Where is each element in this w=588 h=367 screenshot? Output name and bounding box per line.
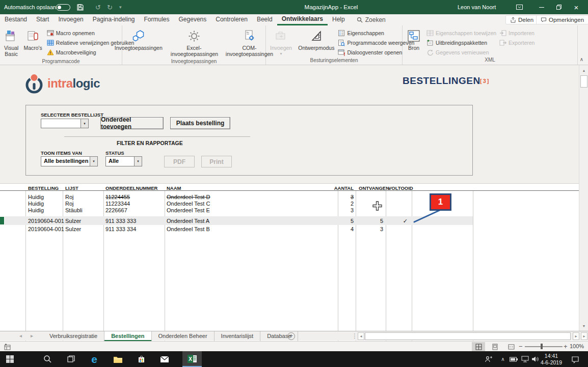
normal-view-icon bbox=[475, 344, 482, 350]
add-ins-icon bbox=[131, 29, 146, 43]
page-break-view-button[interactable] bbox=[504, 342, 518, 351]
zoom-out-button[interactable]: − bbox=[519, 343, 523, 350]
show-items-combobox[interactable]: Alle bestellingen▾ bbox=[41, 156, 98, 166]
tray-expand-button[interactable]: ∧ bbox=[497, 351, 509, 367]
taskbar-clock[interactable]: 14:41 4-6-2019 bbox=[537, 353, 566, 366]
cell-aantal: 2 bbox=[325, 201, 354, 207]
tab-invoegen[interactable]: Invoegen bbox=[54, 14, 88, 25]
tab-formules[interactable]: Formules bbox=[140, 14, 174, 25]
hscroll-left-button[interactable]: ◂ bbox=[358, 332, 364, 340]
status-combobox[interactable]: Alle▾ bbox=[105, 156, 142, 166]
tab-start[interactable]: Start bbox=[32, 14, 54, 25]
place-order-button[interactable]: Plaats bestelling bbox=[170, 117, 230, 129]
search-icon bbox=[357, 17, 363, 23]
comments-button[interactable]: Opmerkingen bbox=[536, 15, 588, 24]
pdf-button[interactable]: PDF bbox=[164, 156, 195, 167]
ribbon-display-icon bbox=[516, 4, 523, 11]
macros-button[interactable]: Macro's bbox=[21, 27, 44, 52]
scroll-down-button[interactable]: ▼ bbox=[580, 323, 588, 329]
import-button[interactable]: Importeren bbox=[499, 28, 534, 38]
chevron-up-icon: ∧ bbox=[501, 356, 504, 362]
table-row[interactable]: 20190604-001 Sulzer 911 333 333 Onderdee… bbox=[0, 218, 479, 224]
properties-label: Eigenschappen bbox=[347, 30, 384, 36]
horizontal-scrollbar-thumb[interactable] bbox=[365, 332, 571, 340]
close-button[interactable]: × bbox=[568, 0, 585, 14]
edge-button[interactable]: e bbox=[87, 351, 102, 367]
sheet-nav-left-icon[interactable]: ◂ bbox=[19, 333, 22, 338]
tab-pagina-indeling[interactable]: Pagina-indeling bbox=[88, 14, 140, 25]
visual-basic-button[interactable]: Visual Basic bbox=[2, 27, 21, 59]
zoom-in-button[interactable]: + bbox=[564, 343, 568, 350]
cell-onderdeelnummer: 2226667 bbox=[105, 207, 127, 213]
battery-tray-icon[interactable] bbox=[507, 351, 520, 367]
export-button[interactable]: Exporteren bbox=[499, 38, 534, 47]
hscroll-right-edge-button[interactable]: ▸ bbox=[581, 332, 587, 340]
collapse-ribbon-button[interactable]: ∧ bbox=[580, 57, 583, 62]
sheet-tab-bestellingen[interactable]: Bestellingen bbox=[104, 331, 151, 341]
macro-record-status-icon[interactable] bbox=[4, 344, 11, 350]
zoom-slider-thumb[interactable] bbox=[541, 344, 543, 349]
header-bottom-line bbox=[0, 190, 579, 191]
action-center-button[interactable] bbox=[568, 351, 583, 367]
print-button[interactable]: Print bbox=[201, 156, 232, 167]
sheet-tab-verbruiksregistratie[interactable]: Verbruiksregistratie bbox=[43, 331, 104, 341]
expansion-packs-button[interactable]: Uitbreidingspakketten bbox=[426, 38, 496, 47]
tab-beeld[interactable]: Beeld bbox=[252, 14, 277, 25]
visual-basic-icon bbox=[5, 30, 18, 43]
design-mode-button[interactable]: Ontwerpmodus bbox=[296, 27, 337, 52]
people-tray-button[interactable] bbox=[481, 351, 496, 367]
search-box[interactable]: Zoeken bbox=[357, 16, 386, 23]
table-row[interactable]: 20190604-001 Sulzer 911 333 334 Onderdee… bbox=[0, 226, 479, 233]
account-name[interactable]: Leon van Noort bbox=[458, 0, 496, 14]
minimize-button[interactable] bbox=[533, 0, 550, 14]
save-button[interactable] bbox=[76, 0, 84, 14]
mail-button[interactable] bbox=[157, 351, 172, 367]
tab-controleren[interactable]: Controleren bbox=[211, 14, 252, 25]
taskbar-search-button[interactable] bbox=[40, 351, 55, 367]
map-properties-button[interactable]: Eigenschappen toewijzen bbox=[426, 28, 496, 38]
file-explorer-button[interactable] bbox=[110, 351, 125, 367]
store-button[interactable] bbox=[133, 351, 149, 367]
tab-splitter-handle[interactable]: ⋮ bbox=[352, 332, 358, 340]
sheet-nav-right-icon[interactable]: ▸ bbox=[31, 333, 33, 338]
restore-button[interactable] bbox=[550, 0, 568, 14]
start-button[interactable] bbox=[2, 351, 17, 367]
vertical-scrollbar[interactable]: ▲ ▼ bbox=[579, 65, 588, 331]
vertical-scrollbar-thumb[interactable] bbox=[580, 75, 587, 88]
insert-controls-button[interactable]: Invoegen ▾ bbox=[268, 27, 295, 58]
share-button[interactable]: Delen bbox=[505, 15, 538, 24]
hscroll-right-button[interactable]: ▸ bbox=[573, 332, 579, 340]
autosave-toggle[interactable] bbox=[52, 0, 70, 14]
page-layout-view-button[interactable] bbox=[488, 342, 501, 351]
add-part-button[interactable]: Onderdeel toevoegen bbox=[100, 117, 164, 129]
ribbon-display-options-button[interactable] bbox=[516, 0, 523, 14]
new-sheet-button[interactable]: + bbox=[287, 332, 295, 340]
xml-source-button[interactable]: Bron bbox=[404, 27, 423, 52]
excel-add-ins-button[interactable]: Excel-invoegtoepassingen bbox=[168, 27, 220, 59]
undo-button[interactable]: ↺ bbox=[95, 0, 101, 14]
normal-view-button[interactable] bbox=[472, 342, 485, 351]
sheet-tab-onderdelen-beheer[interactable]: Onderdelen Beheer bbox=[152, 331, 215, 341]
tab-help[interactable]: Help bbox=[328, 14, 350, 25]
table-row[interactable]: Huidig Roj 11223344 Onderdeel Test C 2 bbox=[0, 201, 479, 207]
excel-taskbar-button[interactable]: X bbox=[182, 351, 202, 367]
table-row[interactable]: Huidig Stäubli 2226667 Onderdeel Test E … bbox=[0, 207, 479, 214]
add-ins-button[interactable]: Invoegtoepassingen bbox=[112, 27, 165, 52]
zoom-level[interactable]: 100% bbox=[570, 343, 584, 349]
redo-button[interactable]: ↻ bbox=[107, 0, 113, 14]
ribbon-group-besturingselementen: Invoegen ▾ Ontwerpmodus Eigenschappen Pr… bbox=[266, 25, 403, 65]
tab-ontwikkelaars[interactable]: Ontwikkelaars bbox=[277, 14, 328, 25]
orderlist-combobox[interactable]: ▾ bbox=[41, 119, 89, 128]
task-view-button[interactable] bbox=[63, 351, 78, 367]
qat-customize-button[interactable]: ▾ bbox=[119, 0, 122, 14]
cell-onderdeelnummer: 11223344 bbox=[105, 201, 130, 207]
cell-onderdeelnummer: 911 333 334 bbox=[105, 226, 136, 232]
table-row[interactable]: Huidig Roj 11224455 Onderdeel Test D 3 bbox=[0, 194, 479, 201]
zoom-slider-track[interactable] bbox=[525, 346, 563, 347]
tab-gegevens[interactable]: Gegevens bbox=[174, 14, 211, 25]
logo-text-logic: logic bbox=[73, 76, 100, 90]
tab-bestand[interactable]: Bestand bbox=[0, 14, 32, 25]
sheet-tab-inventarislijst[interactable]: Inventarislijst bbox=[215, 331, 261, 341]
scroll-up-button[interactable]: ▲ bbox=[580, 67, 588, 74]
refresh-data-button[interactable]: Gegevens vernieuwen bbox=[426, 47, 496, 57]
